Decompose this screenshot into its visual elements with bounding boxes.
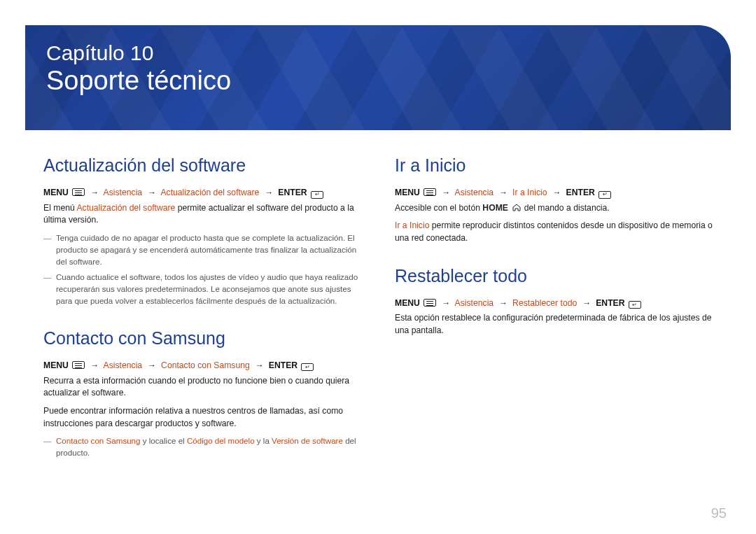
heading-go-home: Ir a Inicio — [395, 155, 713, 176]
menu-label: MENU — [43, 360, 69, 370]
chapter-label: Capítulo 10 — [46, 41, 710, 66]
enter-icon — [311, 191, 323, 199]
chapter-banner: Capítulo 10 Soporte técnico — [25, 25, 731, 130]
arrow-icon: → — [496, 298, 510, 308]
note-text: Tenga cuidado de no apagar el producto h… — [43, 232, 361, 267]
block-go-home: MENU → Asistencia → Ir a Inicio → ENTER … — [395, 187, 713, 245]
chapter-title: Soporte técnico — [46, 66, 710, 97]
page-number: 95 — [711, 505, 727, 521]
block-contact-samsung: MENU → Asistencia → Contacto con Samsung… — [43, 360, 361, 459]
enter-label: ENTER — [596, 298, 624, 308]
body-text: Esta opción restablece la configuración … — [395, 312, 713, 337]
arrow-icon: → — [550, 188, 564, 197]
note-text: Contacto con Samsung y localice el Códig… — [43, 435, 361, 459]
menu-path: MENU → Asistencia → Actualización del so… — [43, 187, 361, 199]
menu-path: MENU → Asistencia → Restablecer todo → E… — [395, 297, 713, 310]
arrow-icon: → — [88, 360, 102, 370]
arrow-icon: → — [439, 298, 453, 308]
left-column: Actualización del software MENU → Asiste… — [43, 155, 361, 463]
menu-icon — [424, 188, 436, 196]
arrow-icon: → — [252, 360, 266, 370]
menu-icon — [72, 188, 85, 196]
path-item: Contacto con Samsung — [161, 360, 250, 370]
block-software-update: MENU → Asistencia → Actualización del so… — [43, 187, 361, 307]
path-asistencia: Asistencia — [104, 360, 143, 370]
enter-icon — [629, 301, 641, 309]
body-text: El menú Actualización del software permi… — [43, 202, 361, 227]
menu-path: MENU → Asistencia → Ir a Inicio → ENTER — [395, 187, 713, 199]
path-item: Restablecer todo — [512, 298, 577, 308]
menu-icon — [72, 361, 85, 369]
path-item: Ir a Inicio — [512, 188, 547, 197]
path-asistencia: Asistencia — [104, 188, 143, 197]
arrow-icon: → — [262, 188, 276, 197]
arrow-icon: → — [88, 188, 102, 197]
path-asistencia: Asistencia — [455, 188, 494, 197]
menu-path: MENU → Asistencia → Contacto con Samsung… — [43, 360, 361, 372]
menu-label: MENU — [395, 188, 420, 197]
heading-reset-all: Restablecer todo — [395, 266, 713, 286]
body-text: Puede encontrar información relativa a n… — [43, 405, 361, 430]
path-item: Actualización del software — [160, 188, 259, 197]
body-text: Accesible con el botón HOME del mando a … — [395, 202, 713, 215]
arrow-icon: → — [145, 188, 159, 197]
body-text: Ir a Inicio permite reproducir distintos… — [395, 220, 713, 244]
heading-software-update: Actualización del software — [43, 155, 361, 176]
arrow-icon: → — [439, 188, 453, 197]
body-text: Recurra a esta información cuando el pro… — [43, 375, 361, 400]
enter-icon — [598, 191, 611, 199]
content-columns: Actualización del software MENU → Asiste… — [43, 155, 713, 463]
right-column: Ir a Inicio MENU → Asistencia → Ir a Ini… — [395, 155, 713, 463]
arrow-icon: → — [580, 298, 594, 308]
arrow-icon: → — [496, 188, 510, 197]
heading-contact-samsung: Contacto con Samsung — [43, 328, 361, 349]
manual-page: Capítulo 10 Soporte técnico Actualizació… — [0, 0, 756, 534]
menu-icon — [424, 299, 436, 307]
enter-label: ENTER — [278, 188, 307, 197]
note-text: Cuando actualice el software, todos los … — [43, 272, 361, 307]
menu-label: MENU — [43, 188, 69, 197]
block-reset-all: MENU → Asistencia → Restablecer todo → E… — [395, 297, 713, 337]
home-icon — [512, 204, 522, 211]
enter-icon — [301, 363, 314, 371]
menu-label: MENU — [395, 298, 420, 308]
enter-label: ENTER — [269, 360, 298, 370]
enter-label: ENTER — [566, 188, 595, 197]
path-asistencia: Asistencia — [455, 298, 494, 308]
arrow-icon: → — [145, 360, 159, 370]
